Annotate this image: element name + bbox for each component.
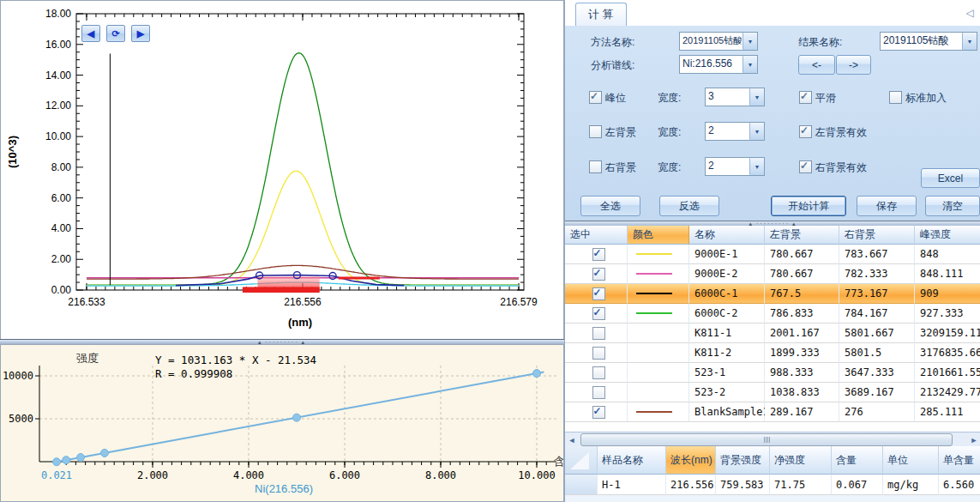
results-table-row[interactable]: 6000C-1767.5773.167909: [565, 284, 980, 304]
left-bg-width-combobox[interactable]: 2 ▼: [705, 122, 765, 141]
dropdown-arrow-icon[interactable]: ▼: [743, 56, 757, 73]
sample-column-header[interactable]: 净强度: [770, 446, 832, 475]
svg-text:强度: 强度: [76, 352, 99, 365]
results-table-row[interactable]: K811-21899.3335801.53176835.667: [565, 343, 980, 363]
horizontal-scrollbar[interactable]: ◄ ►: [565, 432, 980, 447]
width-label-3: 宽度:: [658, 160, 681, 175]
row-select-checkbox[interactable]: [592, 386, 605, 399]
results-table-row[interactable]: K811-12001.1675801.6673209159.111: [565, 324, 980, 343]
dropdown-arrow-icon[interactable]: ▼: [962, 33, 977, 50]
right-bg-width-combobox[interactable]: 2 ▼: [705, 157, 765, 176]
right-background-label: 右背景: [605, 160, 636, 175]
analysis-line-combobox[interactable]: Ni:216.556 ▼: [679, 55, 758, 74]
svg-text:4.00: 4.00: [51, 222, 72, 234]
results-table-row[interactable]: 9000E-1780.667783.667848: [565, 245, 980, 264]
cell-left-bg: 767.5: [765, 284, 839, 304]
invert-selection-button[interactable]: 反选: [659, 196, 719, 216]
results-table-row[interactable]: 523-1988.3333647.3332101661.555: [565, 363, 980, 383]
svg-text:14.00: 14.00: [45, 70, 71, 82]
cell-peak: 3176835.667: [915, 343, 980, 363]
select-all-button[interactable]: 全选: [580, 196, 640, 216]
save-button[interactable]: 保存: [857, 196, 917, 216]
chart-refresh-button[interactable]: ⟳: [106, 25, 125, 42]
results-column-header[interactable]: 选中: [565, 226, 628, 245]
left-bg-valid-checkbox[interactable]: [799, 125, 812, 138]
row-select-checkbox[interactable]: [592, 406, 605, 419]
svg-text:216.533: 216.533: [68, 296, 105, 308]
row-select-checkbox[interactable]: [592, 366, 605, 379]
chart-prev-button[interactable]: ◀: [81, 25, 100, 42]
sample-cell: 0.067: [832, 475, 883, 495]
sample-column-header[interactable]: 波长(nm): [666, 446, 716, 475]
sample-column-header[interactable]: 背景强度: [716, 446, 770, 475]
sample-cell: 759.583: [716, 475, 770, 495]
left-bg-valid-label: 左背景有效: [815, 125, 867, 140]
sample-column-header[interactable]: 单含量: [939, 446, 980, 475]
results-table: 选中颜色名称左背景右背景峰强度9000E-1780.667783.6678489…: [565, 226, 980, 432]
select-all-corner-cell[interactable]: [565, 446, 598, 475]
analysis-line-value: Ni:216.556: [682, 56, 742, 73]
svg-text:0.00: 0.00: [51, 284, 72, 296]
row-select-checkbox[interactable]: [592, 347, 605, 360]
dropdown-arrow-icon[interactable]: ▼: [749, 158, 764, 175]
tab-calculate[interactable]: 计 算: [575, 3, 627, 26]
dropdown-arrow-icon[interactable]: ▼: [749, 88, 764, 106]
results-column-header[interactable]: 右背景: [839, 226, 915, 245]
chart-next-button[interactable]: ▶: [131, 25, 150, 42]
results-table-row[interactable]: 6000C-2786.833784.167927.333: [565, 304, 980, 324]
collapse-panel-icon[interactable]: ◁: [966, 7, 974, 19]
next-line-button[interactable]: ->: [836, 55, 871, 75]
results-table-row[interactable]: BlankSample1289.167276285.111: [565, 402, 980, 422]
smooth-label: 平滑: [815, 91, 836, 106]
cell-peak: 3209159.111: [915, 324, 980, 343]
clear-button[interactable]: 清空: [925, 196, 980, 216]
svg-text:216.556: 216.556: [284, 296, 322, 308]
calculation-panel: 计 算 ◁ 方法名称: 20191105钴酸 ▼ 结果名称: 20191105钴…: [564, 0, 980, 502]
method-name-combobox[interactable]: 20191105钴酸 ▼: [679, 32, 758, 51]
excel-button[interactable]: Excel: [921, 168, 980, 188]
standard-addition-checkbox[interactable]: [889, 91, 902, 104]
dropdown-arrow-icon[interactable]: ▼: [743, 33, 757, 50]
sample-results-table: 样品名称波长(nm)背景强度净强度含量单位单含量H-1216.556759.58…: [565, 446, 980, 502]
method-name-label: 方法名称:: [591, 35, 634, 50]
sample-column-header[interactable]: 含量: [832, 446, 883, 475]
spectral-chart-toolbar: ◀ ⟳ ▶: [81, 25, 150, 42]
start-calculation-button[interactable]: 开始计算: [771, 196, 846, 216]
left-background-checkbox[interactable]: [589, 125, 602, 138]
svg-text:2.00: 2.00: [51, 253, 72, 265]
row-select-checkbox[interactable]: [592, 248, 605, 261]
right-bg-valid-checkbox[interactable]: [799, 160, 812, 173]
scroll-right-icon[interactable]: ►: [967, 433, 980, 446]
right-background-checkbox[interactable]: [589, 160, 602, 173]
results-column-header[interactable]: 峰强度: [915, 226, 980, 245]
peak-position-checkbox[interactable]: [589, 91, 602, 104]
results-column-header[interactable]: 名称: [689, 226, 765, 245]
row-select-checkbox[interactable]: [592, 327, 605, 340]
svg-text:2.000: 2.000: [137, 469, 168, 481]
row-header-cell[interactable]: [565, 475, 598, 495]
sample-column-header[interactable]: 单位: [883, 446, 939, 475]
smooth-checkbox[interactable]: [799, 91, 812, 104]
result-name-value: 20191105钴酸: [883, 33, 961, 50]
cell-right-bg: 276: [839, 402, 915, 422]
results-column-header[interactable]: 颜色: [628, 226, 689, 245]
scrollbar-thumb[interactable]: [580, 433, 953, 446]
row-select-checkbox[interactable]: [592, 307, 605, 320]
results-column-header[interactable]: 左背景: [765, 226, 839, 245]
row-select-checkbox[interactable]: [592, 287, 605, 300]
result-name-combobox[interactable]: 20191105钴酸 ▼: [880, 32, 977, 51]
results-table-row[interactable]: 523-21038.8333689.1672132429.778: [565, 383, 980, 402]
dropdown-arrow-icon[interactable]: ▼: [749, 123, 764, 140]
svg-text:10000: 10000: [3, 370, 33, 382]
svg-text:16.00: 16.00: [45, 39, 71, 51]
row-select-checkbox[interactable]: [592, 268, 605, 281]
left-background-label: 左背景: [605, 125, 636, 140]
cell-name: 6000C-2: [689, 304, 765, 324]
peak-width-combobox[interactable]: 3 ▼: [705, 88, 765, 106]
sample-table-row[interactable]: H-1216.556759.58371.750.067mg/kg6.560: [565, 475, 980, 495]
results-table-row[interactable]: 9000E-2780.667782.333848.111: [565, 264, 980, 284]
scroll-left-icon[interactable]: ◄: [565, 433, 579, 446]
previous-line-button[interactable]: <-: [798, 55, 835, 75]
svg-text:0.021: 0.021: [41, 469, 72, 481]
sample-column-header[interactable]: 样品名称: [598, 446, 666, 475]
